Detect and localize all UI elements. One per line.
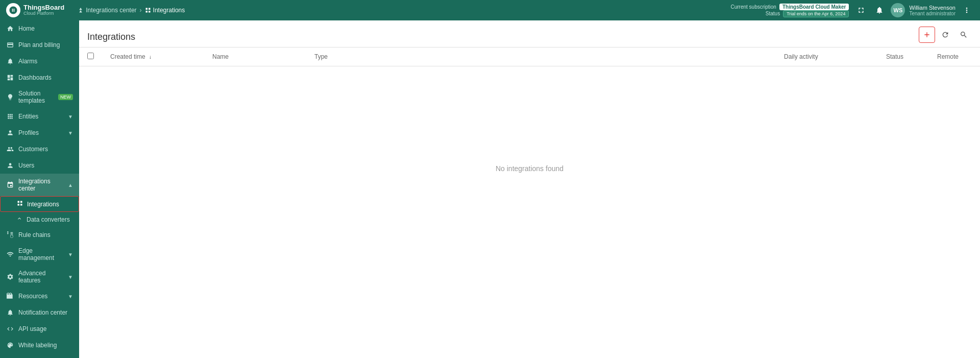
svg-rect-7 <box>20 204 22 206</box>
col-header-remote[interactable]: Remote <box>929 47 980 66</box>
sidebar-item-plan-billing[interactable]: Plan and billing <box>0 37 79 53</box>
user-menu[interactable]: WS William Stevenson Tenant administrato… <box>891 3 955 17</box>
sidebar-item-settings[interactable]: Settings <box>0 353 79 358</box>
svg-rect-2 <box>145 11 148 13</box>
user-name: William Stevenson <box>909 5 955 11</box>
sidebar-item-dashboards[interactable]: Dashboards <box>0 69 79 86</box>
logo-main: ThingsBoard <box>23 4 64 11</box>
nav-label-integrations-center: Integrations center <box>18 178 64 192</box>
sidebar-item-customers[interactable]: Customers <box>0 141 79 157</box>
col-header-name[interactable]: Name <box>204 47 306 66</box>
user-info: William Stevenson Tenant administrator <box>909 5 955 16</box>
breadcrumb-integrations: Integrations <box>145 7 185 14</box>
subscription-label: Current subscription <box>730 4 776 10</box>
col-header-daily-activity[interactable]: Daily activity <box>776 47 878 66</box>
rule-chains-icon <box>6 231 14 239</box>
nav-label-dashboards: Dashboards <box>18 74 73 81</box>
resources-chevron: ▼ <box>68 294 73 299</box>
sidebar: Home Plan and billing Alarms Dashboards <box>0 20 79 358</box>
sidebar-item-edge-management[interactable]: Edge management ▼ <box>0 243 79 266</box>
sidebar-item-home[interactable]: Home <box>0 20 79 37</box>
col-header-created-time[interactable]: Created time ↓ <box>102 47 204 66</box>
table-header-row: Created time ↓ Name Type Daily activity <box>79 47 980 66</box>
sidebar-item-integrations[interactable]: Integrations <box>0 196 79 212</box>
sidebar-item-resources[interactable]: Resources ▼ <box>0 288 79 304</box>
sidebar-item-solution-templates[interactable]: Solution templates NEW <box>0 86 79 108</box>
integrations-table: Created time ↓ Name Type Daily activity <box>79 47 980 66</box>
logo-area[interactable]: ThingsBoard Cloud Platform <box>6 3 64 17</box>
svg-rect-5 <box>20 201 22 203</box>
notification-icon <box>6 308 14 317</box>
user-menu-button[interactable] <box>960 3 974 17</box>
integrations-center-chevron: ▲ <box>68 182 73 188</box>
col-header-type[interactable]: Type <box>306 47 776 66</box>
resources-icon <box>6 292 14 300</box>
sidebar-item-notification-center[interactable]: Notification center <box>0 304 79 321</box>
nav-label-plan: Plan and billing <box>18 41 73 49</box>
refresh-button[interactable] <box>937 27 953 43</box>
svg-rect-3 <box>149 11 151 13</box>
customers-icon <box>6 145 14 153</box>
svg-rect-6 <box>18 204 20 206</box>
user-role: Tenant administrator <box>909 11 955 16</box>
nav-label-rule-chains: Rule chains <box>18 231 73 238</box>
sidebar-item-api-usage[interactable]: API usage <box>0 321 79 337</box>
solution-icon <box>6 93 14 101</box>
svg-rect-1 <box>149 8 151 10</box>
subscription-badge: ThingsBoard Cloud Maker <box>779 4 849 10</box>
main-layout: Home Plan and billing Alarms Dashboards <box>0 20 980 358</box>
empty-message: No integrations found <box>496 164 564 173</box>
header-left: ThingsBoard Cloud Platform Integrations … <box>6 3 185 17</box>
billing-icon <box>6 41 14 49</box>
nav-label-advanced: Advanced features <box>18 270 64 284</box>
data-converters-icon <box>16 216 22 223</box>
sidebar-item-data-converters[interactable]: Data converters <box>0 212 79 227</box>
breadcrumb-integrations-center[interactable]: Integrations center <box>78 7 136 14</box>
sidebar-item-alarms[interactable]: Alarms <box>0 53 79 69</box>
status-badge: Trial ends on the Apr 6, 2024 <box>783 10 849 17</box>
nav-label-customers: Customers <box>18 146 73 153</box>
content-toolbar <box>919 27 972 47</box>
dashboard-icon <box>6 74 14 82</box>
logo-text: ThingsBoard Cloud Platform <box>23 4 64 16</box>
nav-label-resources: Resources <box>18 293 64 300</box>
search-button[interactable] <box>955 27 972 43</box>
notifications-button[interactable] <box>872 3 887 17</box>
sidebar-item-integrations-center[interactable]: Integrations center ▲ <box>0 174 79 196</box>
nav-label-data-converters: Data converters <box>27 216 70 223</box>
new-badge: NEW <box>58 94 73 100</box>
logo-icon <box>6 3 20 17</box>
nav-label-profiles: Profiles <box>18 129 64 136</box>
nav-label-integrations: Integrations <box>27 201 59 208</box>
add-integration-button[interactable] <box>919 27 935 43</box>
edge-icon <box>6 250 14 258</box>
select-all-cell[interactable] <box>79 47 102 66</box>
sort-icon-created: ↓ <box>149 54 152 60</box>
profiles-chevron: ▼ <box>68 130 73 136</box>
nav-label-white-label: White labeling <box>18 342 73 349</box>
sidebar-item-advanced-features[interactable]: Advanced features ▼ <box>0 266 79 288</box>
col-header-status[interactable]: Status <box>878 47 929 66</box>
nav-label-notification: Notification center <box>18 309 73 316</box>
sidebar-item-rule-chains[interactable]: Rule chains <box>0 227 79 243</box>
sidebar-item-white-labeling[interactable]: White labeling <box>0 337 79 353</box>
nav-label-alarms: Alarms <box>18 58 73 65</box>
content-area: Integrations <box>79 20 980 358</box>
white-label-icon <box>6 341 14 349</box>
nav-label-api: API usage <box>18 325 73 332</box>
alarm-icon <box>6 57 14 65</box>
breadcrumb-separator: › <box>140 7 142 14</box>
sidebar-item-profiles[interactable]: Profiles ▼ <box>0 125 79 141</box>
sidebar-item-users[interactable]: Users <box>0 157 79 174</box>
fullscreen-button[interactable] <box>854 3 868 17</box>
advanced-chevron: ▼ <box>68 274 73 280</box>
edge-chevron: ▼ <box>68 252 73 257</box>
sidebar-item-entities[interactable]: Entities ▼ <box>0 108 79 125</box>
status-label: Status <box>766 11 780 16</box>
header-icons: WS William Stevenson Tenant administrato… <box>854 3 974 17</box>
logo-sub: Cloud Platform <box>23 11 64 16</box>
integration-item-icon <box>17 200 23 208</box>
entities-chevron: ▼ <box>68 114 73 120</box>
svg-rect-0 <box>145 8 148 10</box>
select-all-checkbox[interactable] <box>87 53 94 59</box>
